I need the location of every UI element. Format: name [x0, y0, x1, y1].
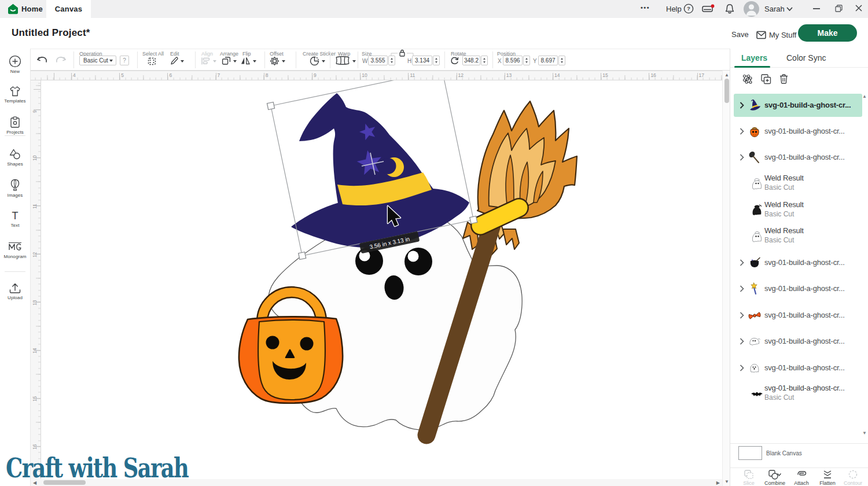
align-button[interactable]: [201, 57, 211, 65]
slice-button[interactable]: Slice: [736, 469, 762, 486]
position-y-stepper[interactable]: [558, 56, 565, 65]
attach-button[interactable]: Attach: [789, 469, 814, 486]
layer-row-weld-1[interactable]: Weld Result Basic Cut: [730, 171, 868, 197]
scroll-right-arrow[interactable]: ▶: [716, 481, 720, 485]
more-menu-button[interactable]: •••: [641, 4, 650, 11]
duplicate-button[interactable]: [760, 73, 772, 84]
ruler-number: 12: [32, 251, 38, 257]
scrollbar-thumb[interactable]: [724, 79, 729, 103]
layer-row-broom[interactable]: svg-01-build-a-ghost-cr...: [730, 145, 868, 171]
rotate-input[interactable]: 348.2: [462, 56, 480, 65]
select-all-button[interactable]: [147, 57, 157, 66]
group-button[interactable]: [742, 73, 753, 84]
scroll-up-arrow[interactable]: ▲: [724, 73, 729, 78]
blank-canvas-swatch[interactable]: [738, 446, 762, 460]
witch-hat[interactable]: [291, 93, 469, 248]
arrange-button[interactable]: [222, 56, 231, 65]
operation-help-button[interactable]: ?: [120, 56, 129, 65]
save-button[interactable]: Save: [731, 30, 749, 39]
blank-canvas-row[interactable]: Blank Canvas: [730, 443, 868, 467]
window-minimize-button[interactable]: [813, 8, 820, 9]
design-canvas[interactable]: 3.56 in x 3.13 in 4 5 6 7 8 9 10 11 12 1…: [31, 71, 722, 486]
layer-row-witch-hat[interactable]: svg-01-build-a-ghost-cr...: [730, 92, 868, 118]
edit-caret-icon[interactable]: [181, 60, 184, 62]
avatar[interactable]: [744, 1, 759, 17]
flip-caret-icon[interactable]: [253, 60, 256, 62]
machine-status-icon[interactable]: [702, 4, 715, 14]
position-y-input[interactable]: 8.697: [538, 56, 558, 65]
sidebar-label: Templates: [0, 98, 30, 104]
layer-expand-chevron[interactable]: [740, 128, 744, 135]
canvas-scrollbar-vertical[interactable]: ▲ ▼: [722, 71, 730, 486]
offset-caret-icon[interactable]: [282, 60, 285, 62]
redo-button[interactable]: [54, 55, 67, 65]
help-question-icon[interactable]: ?: [683, 3, 694, 14]
delete-trash-button[interactable]: [779, 73, 789, 84]
size-width-input[interactable]: 3.555: [368, 56, 388, 65]
selection-handle-top-left[interactable]: [267, 102, 274, 109]
layers-scroll-down-arrow[interactable]: ▼: [862, 430, 867, 436]
user-chevron-down-icon[interactable]: [786, 6, 793, 12]
warp-button[interactable]: [335, 56, 350, 65]
layer-row-weld-2[interactable]: Weld Result Basic Cut: [730, 197, 868, 223]
sidebar-item-new[interactable]: New: [0, 55, 30, 74]
position-x-input[interactable]: 8.596: [503, 56, 523, 65]
ruler-number: 7: [218, 72, 220, 78]
sidebar-item-text[interactable]: T Text: [0, 210, 30, 228]
tab-color-sync[interactable]: Color Sync: [786, 53, 826, 62]
rotate-stepper[interactable]: [481, 56, 488, 65]
layer-expand-chevron[interactable]: [740, 338, 744, 345]
size-width-stepper[interactable]: [388, 56, 395, 65]
layers-scroll-up-arrow[interactable]: ▲: [862, 94, 867, 99]
tab-layers[interactable]: Layers: [741, 53, 767, 62]
window-restore-button[interactable]: [835, 5, 843, 12]
notifications-bell-icon[interactable]: [724, 3, 735, 14]
tab-canvas[interactable]: Canvas: [46, 0, 91, 18]
edit-button[interactable]: [170, 56, 179, 66]
layer-row-weld-3[interactable]: Weld Result Basic Cut: [730, 223, 868, 249]
create-sticker-button[interactable]: [310, 56, 319, 66]
combine-button[interactable]: Combine: [762, 469, 788, 486]
layer-row-ghost-2[interactable]: svg-01-build-a-ghost-cr...: [730, 355, 868, 381]
layer-expand-chevron[interactable]: [740, 285, 744, 292]
layer-expand-chevron[interactable]: [740, 154, 744, 161]
layer-expand-chevron[interactable]: [740, 365, 744, 371]
create-sticker-caret-icon[interactable]: [322, 60, 325, 62]
size-height-input[interactable]: 3.134: [412, 56, 432, 65]
sidebar-item-projects[interactable]: Projects: [0, 116, 30, 135]
my-stuff-button[interactable]: My Stuff: [756, 28, 796, 41]
layer-row-bow[interactable]: svg-01-build-a-ghost-cr...: [730, 302, 868, 328]
make-button[interactable]: Make: [798, 24, 857, 42]
layer-expand-chevron[interactable]: [740, 312, 744, 319]
sidebar-item-monogram[interactable]: Monogram: [0, 241, 30, 259]
operation-select[interactable]: Basic Cut: [79, 56, 116, 65]
sidebar-item-upload[interactable]: Upload: [0, 282, 30, 300]
flatten-button[interactable]: Flatten: [815, 469, 840, 486]
sidebar-item-templates[interactable]: Templates: [0, 86, 30, 104]
position-x-stepper[interactable]: [523, 56, 530, 65]
layer-row-bat[interactable]: svg-01-build-a-ghost-cr... Basic Cut: [730, 381, 868, 407]
tab-home[interactable]: Home: [21, 5, 43, 13]
sidebar-item-images[interactable]: Images: [0, 179, 30, 198]
selection-handle-bottom-left[interactable]: [299, 252, 306, 259]
user-name[interactable]: Sarah: [764, 5, 785, 13]
offset-button[interactable]: [270, 56, 279, 66]
undo-button[interactable]: [36, 55, 49, 65]
layer-expand-chevron[interactable]: [740, 259, 744, 266]
arrange-caret-icon[interactable]: [233, 60, 237, 62]
flip-button[interactable]: [240, 56, 251, 65]
window-close-button[interactable]: [855, 4, 863, 12]
contour-button[interactable]: Contour: [840, 469, 866, 486]
help-button[interactable]: Help: [666, 5, 682, 13]
size-lock-icon[interactable]: [399, 49, 406, 57]
sidebar-item-shapes[interactable]: Shapes: [0, 148, 30, 167]
selection-handle-bottom-right[interactable]: [470, 216, 477, 223]
warp-caret-icon[interactable]: [352, 60, 356, 62]
layer-row-wand[interactable]: svg-01-build-a-ghost-cr...: [730, 276, 868, 302]
size-height-stepper[interactable]: [433, 56, 440, 65]
layer-row-ghost-1[interactable]: svg-01-build-a-ghost-cr...: [730, 329, 868, 355]
layer-row-pumpkin[interactable]: svg-01-build-a-ghost-cr...: [730, 118, 868, 144]
layer-row-cauldron[interactable]: svg-01-build-a-ghost-cr...: [730, 249, 868, 275]
layer-expand-chevron[interactable]: [740, 102, 744, 109]
scroll-down-arrow[interactable]: ▼: [724, 480, 729, 484]
